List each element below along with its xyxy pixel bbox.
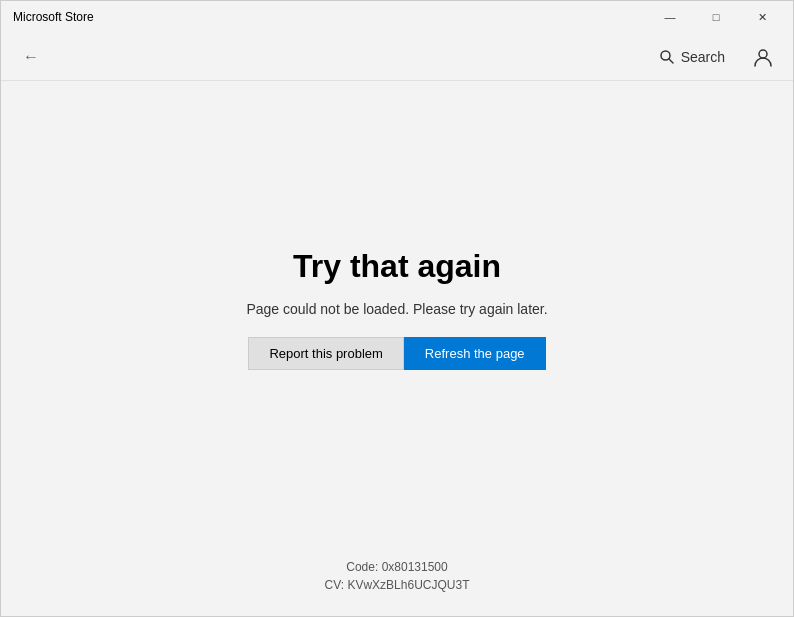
error-buttons: Report this problem Refresh the page bbox=[248, 337, 545, 370]
svg-point-2 bbox=[759, 50, 767, 58]
error-container: Try that again Page could not be loaded.… bbox=[246, 248, 547, 370]
app-title-area: Microsoft Store bbox=[13, 10, 94, 24]
user-account-button[interactable] bbox=[745, 39, 781, 75]
main-content: Try that again Page could not be loaded.… bbox=[1, 81, 793, 616]
maximize-button[interactable]: □ bbox=[693, 1, 739, 33]
user-icon bbox=[752, 46, 774, 68]
error-code: Code: 0x80131500 bbox=[346, 560, 447, 574]
minimize-button[interactable]: — bbox=[647, 1, 693, 33]
back-arrow-icon: ← bbox=[23, 48, 39, 66]
back-button[interactable]: ← bbox=[13, 39, 49, 75]
svg-line-1 bbox=[669, 59, 673, 63]
report-problem-button[interactable]: Report this problem bbox=[248, 337, 403, 370]
title-bar: Microsoft Store — □ ✕ bbox=[1, 1, 793, 33]
search-label: Search bbox=[681, 49, 725, 65]
refresh-page-button[interactable]: Refresh the page bbox=[404, 337, 546, 370]
search-button[interactable]: Search bbox=[647, 43, 737, 71]
nav-bar: ← Search bbox=[1, 33, 793, 81]
app-title: Microsoft Store bbox=[13, 10, 94, 24]
error-cv: CV: KVwXzBLh6UCJQU3T bbox=[325, 578, 470, 592]
error-subtitle: Page could not be loaded. Please try aga… bbox=[246, 301, 547, 317]
window-controls: — □ ✕ bbox=[647, 1, 785, 33]
search-icon bbox=[659, 49, 675, 65]
error-codes: Code: 0x80131500 CV: KVwXzBLh6UCJQU3T bbox=[1, 560, 793, 592]
close-button[interactable]: ✕ bbox=[739, 1, 785, 33]
error-title: Try that again bbox=[293, 248, 501, 285]
